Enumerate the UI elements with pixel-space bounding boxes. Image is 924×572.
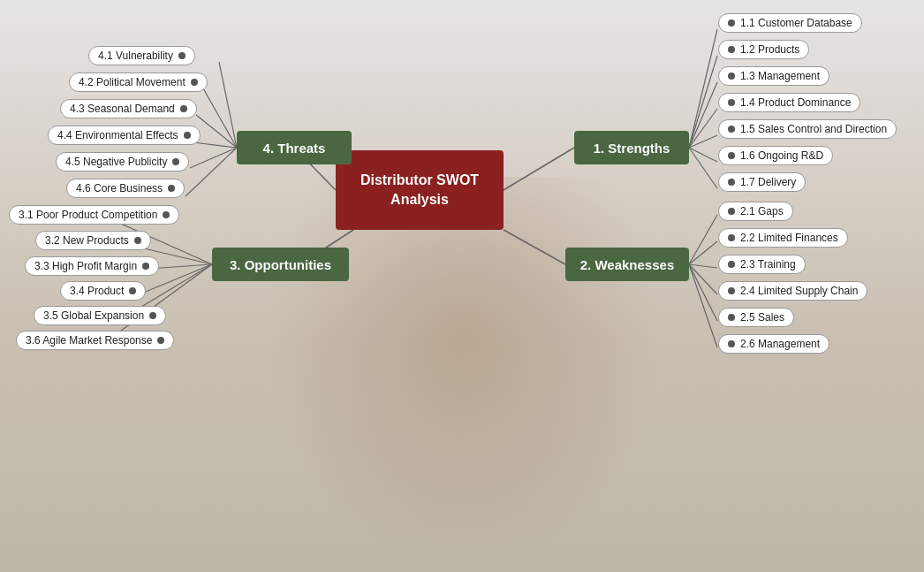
list-item: 1.2 Products [718, 40, 809, 59]
list-item: 4.4 Environmental Effects [48, 126, 201, 145]
connector-dot [191, 79, 198, 86]
center-box: Distributor SWOT Analysis [336, 150, 504, 230]
list-item: 4.5 Negative Publicity [56, 152, 189, 172]
list-item: 3.3 High Profit Margin [25, 256, 159, 276]
threats-category: 4. Threats [237, 131, 352, 164]
connector-dot [178, 52, 186, 59]
connector-dot [728, 72, 735, 80]
list-item: 3.1 Poor Product Competition [9, 205, 179, 225]
connector-dot [134, 237, 141, 244]
connector-dot [728, 46, 735, 53]
connector-dot [142, 263, 149, 270]
connector-dot [728, 179, 735, 186]
list-item: 1.3 Management [718, 66, 829, 86]
connector-dot [728, 152, 735, 159]
connector-dot [728, 314, 735, 321]
connector-dot [129, 287, 136, 294]
connector-dot [163, 211, 170, 218]
list-item: 3.6 Agile Market Response [16, 331, 174, 350]
list-item: 1.1 Customer Database [718, 13, 862, 33]
strengths-category: 1. Strengths [574, 131, 689, 164]
connector-dot [728, 208, 735, 215]
list-item: 2.2 Limited Finances [718, 228, 848, 248]
background-image [265, 177, 663, 572]
opportunities-category: 3. Opportunities [212, 248, 349, 281]
connector-dot [728, 261, 735, 268]
connector-dot [728, 287, 735, 294]
list-item: 3.2 New Products [35, 231, 151, 250]
list-item: 2.1 Gaps [718, 202, 793, 221]
list-item: 1.4 Product Dominance [718, 93, 860, 112]
list-item: 2.4 Limited Supply Chain [718, 281, 867, 301]
list-item: 3.4 Product [60, 281, 146, 301]
list-item: 3.5 Global Expansion [34, 306, 166, 325]
connector-dot [728, 340, 735, 347]
weaknesses-category: 2. Weaknesses [565, 248, 689, 281]
connector-dot [180, 105, 187, 112]
list-item: 1.6 Ongoing R&D [718, 146, 833, 165]
list-item: 2.3 Training [718, 255, 806, 274]
list-item: 4.3 Seasonal Demand [60, 99, 197, 118]
center-label: Distributor SWOT Analysis [336, 171, 504, 210]
list-item: 4.2 Political Movement [69, 72, 208, 92]
connector-dot [728, 99, 735, 106]
connector-dot [157, 337, 164, 344]
connector-dot [728, 234, 735, 241]
connector-dot [149, 312, 156, 319]
list-item: 1.5 Sales Control and Direction [718, 119, 897, 139]
connector-dot [168, 185, 175, 192]
list-item: 2.5 Sales [718, 308, 794, 327]
list-item: 2.6 Management [718, 334, 829, 354]
list-item: 4.6 Core Business [66, 179, 185, 198]
connector-dot [172, 158, 179, 165]
connector-dot [184, 132, 191, 139]
list-item: 1.7 Delivery [718, 172, 806, 192]
connector-dot [728, 126, 735, 133]
list-item: 4.1 Vulnerability [88, 46, 195, 65]
connector-dot [728, 19, 735, 27]
